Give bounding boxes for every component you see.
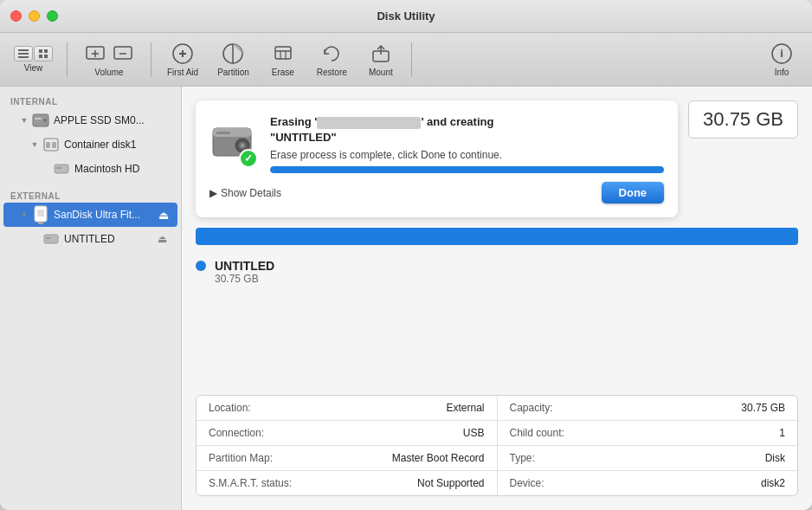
volume-icon bbox=[52, 159, 71, 178]
info-button[interactable]: i Info bbox=[760, 38, 803, 81]
external-section-label: External bbox=[0, 188, 181, 203]
capacity-value: 30.75 GB bbox=[605, 402, 786, 414]
disk-icon-container: ✓ bbox=[209, 119, 258, 168]
chevron-down-icon: ▼ bbox=[28, 140, 42, 149]
new-volume-name: "UNTITLED" bbox=[270, 131, 337, 144]
maximize-button[interactable] bbox=[47, 10, 58, 22]
mount-button[interactable]: Mount bbox=[359, 38, 403, 81]
volume-size: 30.75 GB bbox=[215, 273, 274, 285]
view-label: View bbox=[24, 63, 43, 73]
svg-rect-37 bbox=[46, 237, 51, 239]
erase-button[interactable]: Erase bbox=[261, 38, 305, 81]
volume-button[interactable]: Volume bbox=[76, 38, 142, 81]
info-cell-smart: S.M.A.R.T. status: Not Supported bbox=[197, 471, 498, 495]
volume-small-icon bbox=[42, 229, 61, 249]
connection-label: Connection: bbox=[209, 427, 304, 439]
top-row: ✓ Erasing '' and creating "UNTITLED" Era… bbox=[196, 100, 798, 217]
smart-label: S.M.A.R.T. status: bbox=[209, 477, 304, 489]
svg-rect-30 bbox=[52, 142, 56, 148]
capacity-badge: 30.75 GB bbox=[688, 100, 798, 139]
toolbar: View bbox=[0, 33, 812, 87]
type-value: Disk bbox=[605, 452, 786, 464]
volume-label: Volume bbox=[94, 68, 123, 77]
location-label: Location: bbox=[209, 402, 304, 414]
svg-rect-1 bbox=[18, 53, 29, 55]
mount-label: Mount bbox=[369, 68, 393, 77]
window-title: Disk Utility bbox=[377, 10, 435, 23]
sidebar-item-untitled[interactable]: ▶ UNTITLED ⏏ bbox=[3, 227, 177, 251]
first-aid-icon bbox=[171, 42, 195, 66]
device-label: Device: bbox=[510, 477, 605, 489]
disk-name-redacted bbox=[317, 117, 421, 129]
show-details-label: Show Details bbox=[221, 187, 281, 199]
usb-disk-icon bbox=[31, 205, 50, 224]
progress-bar-fill bbox=[270, 166, 664, 173]
erase-title: Erasing '' and creating "UNTITLED" bbox=[270, 114, 664, 145]
macintosh-hd-label: Macintosh HD bbox=[74, 163, 171, 175]
volume-indicator-dot bbox=[196, 261, 206, 271]
sidebar-item-sandisk[interactable]: ▼ SanDisk Ultra Fit... ⏏ bbox=[3, 203, 177, 227]
smart-value: Not Supported bbox=[304, 477, 485, 489]
sidebar-item-container-disk1[interactable]: ▼ Container disk1 bbox=[3, 132, 177, 157]
location-value: External bbox=[304, 402, 485, 414]
volume-text: UNTITLED 30.75 GB bbox=[215, 259, 274, 285]
view-list-icon bbox=[14, 46, 33, 61]
disk-utility-window: Disk Utility bbox=[0, 0, 812, 510]
svg-rect-0 bbox=[18, 49, 29, 51]
info-icon: i bbox=[770, 42, 794, 66]
container-disk1-label: Container disk1 bbox=[64, 139, 171, 151]
svg-rect-35 bbox=[38, 222, 43, 224]
child-count-label: Child count: bbox=[510, 427, 605, 439]
detail-pane: ✓ Erasing '' and creating "UNTITLED" Era… bbox=[182, 87, 812, 510]
view-button[interactable]: View bbox=[9, 42, 58, 76]
erase-dialog: ✓ Erasing '' and creating "UNTITLED" Era… bbox=[196, 100, 678, 217]
sidebar-item-apple-ssd[interactable]: ▼ APPLE SSD SM0... bbox=[3, 108, 177, 132]
done-button[interactable]: Done bbox=[602, 182, 665, 203]
first-aid-button[interactable]: First Aid bbox=[160, 38, 205, 81]
volume-info: UNTITLED 30.75 GB bbox=[196, 255, 798, 288]
show-details-button[interactable]: ▶ Show Details bbox=[209, 187, 281, 199]
erase-icon bbox=[271, 42, 295, 66]
erase-dialog-header: ✓ Erasing '' and creating "UNTITLED" Era… bbox=[209, 114, 664, 173]
svg-text:i: i bbox=[780, 47, 783, 60]
erase-actions: ▶ Show Details Done bbox=[209, 182, 664, 203]
info-label: Info bbox=[775, 68, 789, 77]
svg-rect-5 bbox=[39, 55, 42, 58]
info-cell-capacity: Capacity: 30.75 GB bbox=[498, 396, 798, 420]
close-button[interactable] bbox=[10, 10, 22, 22]
minimize-button[interactable] bbox=[29, 10, 40, 22]
eject-badge[interactable]: ⏏ bbox=[157, 208, 171, 222]
svg-rect-6 bbox=[44, 55, 48, 58]
internal-section-label: Internal bbox=[0, 94, 181, 108]
sidebar-item-macintosh-hd[interactable]: ▶ Macintosh HD bbox=[3, 157, 177, 181]
success-check-icon: ✓ bbox=[239, 149, 258, 168]
type-label: Type: bbox=[510, 452, 605, 464]
toolbar-separator-3 bbox=[411, 42, 412, 77]
main-content: Internal ▼ APPLE SSD SM0... ▼ bbox=[0, 87, 812, 510]
sandisk-label: SanDisk Ultra Fit... bbox=[54, 209, 157, 221]
svg-rect-26 bbox=[35, 118, 42, 119]
device-value: disk2 bbox=[605, 477, 786, 489]
chevron-down-icon: ▼ bbox=[17, 116, 31, 125]
chevron-down-icon: ▼ bbox=[17, 210, 31, 219]
info-cell-partition-map: Partition Map: Master Boot Record bbox=[197, 446, 498, 470]
partition-map-label: Partition Map: bbox=[209, 452, 304, 464]
svg-rect-31 bbox=[55, 165, 68, 173]
partition-map-value: Master Boot Record bbox=[304, 452, 485, 464]
connection-value: USB bbox=[304, 427, 485, 439]
svg-rect-43 bbox=[216, 132, 230, 134]
restore-button[interactable]: Restore bbox=[310, 38, 354, 81]
info-cell-type: Type: Disk bbox=[498, 446, 798, 470]
window-controls bbox=[10, 10, 58, 22]
view-icon-icon bbox=[34, 46, 53, 61]
info-table: Location: External Capacity: 30.75 GB Co… bbox=[196, 395, 798, 496]
chevron-right-icon: ▶ bbox=[209, 187, 217, 199]
svg-point-42 bbox=[242, 145, 244, 147]
svg-rect-4 bbox=[44, 49, 48, 53]
eject-volume-icon[interactable]: ⏏ bbox=[158, 233, 167, 245]
blue-progress-bar bbox=[196, 228, 798, 245]
capacity-label: Capacity: bbox=[510, 402, 605, 414]
partition-button[interactable]: Partition bbox=[210, 38, 256, 81]
info-row-0: Location: External Capacity: 30.75 GB bbox=[197, 396, 797, 421]
svg-rect-34 bbox=[37, 210, 44, 216]
